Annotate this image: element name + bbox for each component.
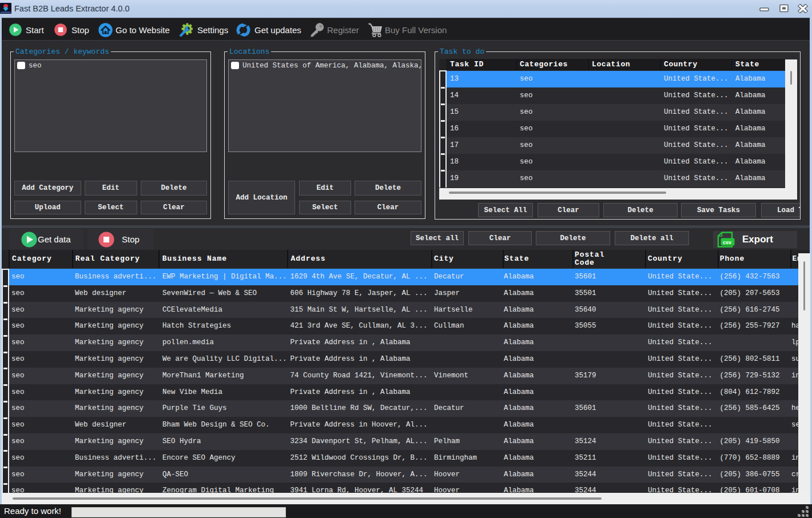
svg-text:csv: csv bbox=[723, 240, 731, 245]
